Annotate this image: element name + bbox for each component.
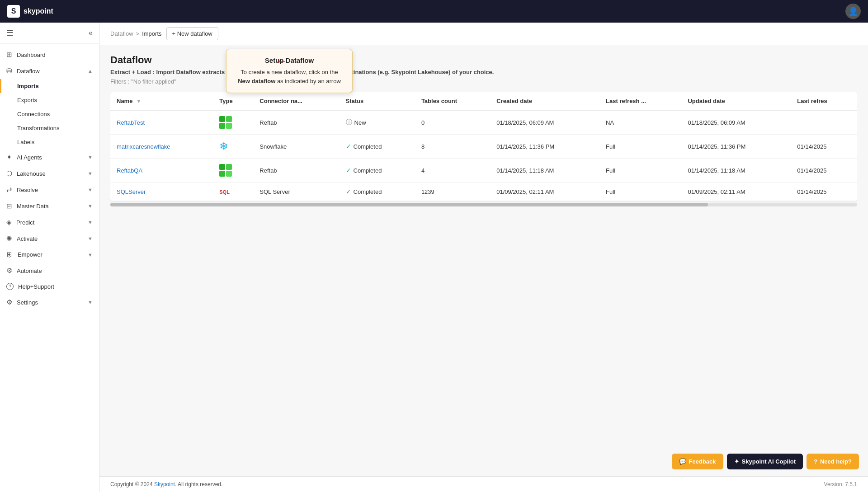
copilot-label: Skypoint AI Copilot <box>742 458 796 465</box>
table-header-row: Name ▼ Type Connector na... Status Table… <box>110 92 857 110</box>
sidebar-item-transformations[interactable]: Transformations <box>0 121 99 135</box>
row-last-refresh-3: Full <box>599 183 681 201</box>
sidebar-item-empower[interactable]: ⛨ Empower ▼ <box>0 247 99 262</box>
breadcrumb: Dataflow > Imports <box>110 30 162 37</box>
breadcrumb-parent: Dataflow <box>110 30 133 37</box>
copilot-button[interactable]: ✦ Skypoint AI Copilot <box>727 454 803 469</box>
hamburger-icon[interactable]: ☰ <box>6 28 14 38</box>
collapse-icon[interactable]: « <box>89 29 93 37</box>
setup-callout: Setup Dataflow To create a new dataflow,… <box>226 49 353 93</box>
bottom-bar: Copyright © 2024 Skypoint. All rights re… <box>99 476 868 492</box>
sidebar-help-label: Help+Support <box>18 283 93 290</box>
callout-suffix: as indicated by an arrow <box>275 78 341 84</box>
row-name-0[interactable]: ReftabTest <box>110 110 213 135</box>
sidebar-item-predict[interactable]: ◈ Predict ▼ <box>0 214 99 230</box>
scrollbar-thumb <box>110 203 708 206</box>
table-row: SQLServer SQL SQL Server ✓ Completed 123… <box>110 183 857 201</box>
filters-row: Filters : "No filter applied" <box>110 78 857 85</box>
chevron-down-icon-6: ▼ <box>88 236 93 241</box>
row-created-date-2: 01/14/2025, 11:18 AM <box>490 159 599 183</box>
sidebar-empower-label: Empower <box>18 251 83 258</box>
chevron-down-icon-5: ▼ <box>88 220 93 225</box>
feedback-button[interactable]: 💬 Feedback <box>672 454 723 469</box>
sidebar-automate-label: Automate <box>17 267 93 274</box>
dashboard-icon: ⊞ <box>6 51 12 59</box>
sidebar-item-labels[interactable]: Labels <box>0 135 99 149</box>
filter-icon[interactable]: ▼ <box>136 98 142 104</box>
automate-icon: ⚙ <box>6 267 12 275</box>
row-last-refresh2-0 <box>791 110 857 135</box>
new-dataflow-button[interactable]: + New dataflow <box>166 27 218 40</box>
floating-buttons: 💬 Feedback ✦ Skypoint AI Copilot ? Need … <box>672 454 859 469</box>
row-name-2[interactable]: ReftabQA <box>110 159 213 183</box>
col-updated-date: Updated date <box>681 92 791 110</box>
callout-prefix: To create a new dataflow, click on the <box>241 69 338 75</box>
status-badge: ⓘ New <box>346 118 366 127</box>
sidebar-item-ai-agents[interactable]: ✦ AI Agents ▼ <box>0 149 99 165</box>
page-subtitle: Extract + Load : Import Dataflow extract… <box>110 69 857 75</box>
row-tables-count-0: 0 <box>415 110 490 135</box>
user-avatar[interactable]: 👤 <box>845 4 861 19</box>
sidebar-master-data-label: Master Data <box>17 203 83 210</box>
status-badge: ✓ Completed <box>346 188 382 195</box>
sidebar-item-exports[interactable]: Exports <box>0 93 99 107</box>
transformations-label: Transformations <box>17 125 59 131</box>
sidebar-ai-agents-label: AI Agents <box>17 154 83 161</box>
predict-icon: ◈ <box>6 218 12 226</box>
row-created-date-0: 01/18/2025, 06:09 AM <box>490 110 599 135</box>
resolve-icon: ⇄ <box>6 186 12 194</box>
rights-text: . All rights reserved. <box>175 481 222 487</box>
filters-value: "No filter applied" <box>131 78 176 85</box>
table-row: matrixcaresnowflake ❄ Snowflake ✓ Comple… <box>110 135 857 159</box>
row-connector-3: SQL Server <box>253 183 339 201</box>
sidebar: ☰ « ⊞ Dashboard ⛁ Dataflow ▲ Imports Exp… <box>0 23 99 492</box>
content-header: Dataflow > Imports + New dataflow ← Setu… <box>99 23 868 45</box>
row-connector-1: Snowflake <box>253 135 339 159</box>
row-created-date-3: 01/09/2025, 02:11 AM <box>490 183 599 201</box>
row-updated-date-3: 01/09/2025, 02:11 AM <box>681 183 791 201</box>
table-wrapper: Name ▼ Type Connector na... Status Table… <box>110 92 857 208</box>
col-name[interactable]: Name ▼ <box>110 92 213 110</box>
sidebar-dataflow-label: Dataflow <box>17 68 83 75</box>
dataflow-icon: ⛁ <box>6 67 12 75</box>
chevron-up-icon: ▲ <box>88 68 93 74</box>
sidebar-item-settings[interactable]: ⚙ Settings ▼ <box>0 294 99 310</box>
imports-label: Imports <box>17 83 39 89</box>
sidebar-item-master-data[interactable]: ⊟ Master Data ▼ <box>0 198 99 214</box>
sidebar-item-resolve[interactable]: ⇄ Resolve ▼ <box>0 182 99 198</box>
settings-icon: ⚙ <box>6 298 12 306</box>
sidebar-item-lakehouse[interactable]: ⬡ Lakehouse ▼ <box>0 165 99 182</box>
skypoint-link[interactable]: Skypoint <box>154 481 175 487</box>
row-last-refresh-2: Full <box>599 159 681 183</box>
sidebar-item-imports[interactable]: Imports <box>0 79 99 93</box>
needhelp-button[interactable]: ? Need help? <box>807 454 859 469</box>
red-arrow-indicator: ← <box>275 54 288 69</box>
feedback-label: Feedback <box>689 458 716 465</box>
filters-label: Filters : <box>110 78 130 85</box>
callout-bold: New dataflow <box>238 78 275 84</box>
sidebar-item-help[interactable]: ? Help+Support <box>0 279 99 294</box>
row-status-1: ✓ Completed <box>340 135 415 159</box>
row-name-3[interactable]: SQLServer <box>110 183 213 201</box>
sidebar-item-dashboard[interactable]: ⊞ Dashboard <box>0 47 99 63</box>
row-updated-date-2: 01/14/2025, 11:18 AM <box>681 159 791 183</box>
exports-label: Exports <box>17 97 37 103</box>
sidebar-item-activate[interactable]: ✺ Activate ▼ <box>0 230 99 247</box>
chevron-down-icon-8: ▼ <box>88 300 93 305</box>
sidebar-item-automate[interactable]: ⚙ Automate <box>0 262 99 279</box>
sidebar-item-dataflow[interactable]: ⛁ Dataflow ▲ <box>0 63 99 79</box>
content-area: Dataflow > Imports + New dataflow ← Setu… <box>99 23 868 492</box>
horizontal-scrollbar[interactable] <box>110 203 857 206</box>
sidebar-settings-label: Settings <box>17 299 83 306</box>
sidebar-header: ☰ « <box>0 23 99 44</box>
col-tables-count: Tables count <box>415 92 490 110</box>
activate-icon: ✺ <box>6 234 12 243</box>
row-updated-date-0: 01/18/2025, 06:09 AM <box>681 110 791 135</box>
row-name-1[interactable]: matrixcaresnowflake <box>110 135 213 159</box>
chevron-down-icon-3: ▼ <box>88 187 93 192</box>
breadcrumb-current: Imports <box>142 30 161 37</box>
row-last-refresh-1: Full <box>599 135 681 159</box>
needhelp-label: Need help? <box>820 458 852 465</box>
chevron-down-icon-2: ▼ <box>88 171 93 176</box>
sidebar-item-connections[interactable]: Connections <box>0 107 99 121</box>
